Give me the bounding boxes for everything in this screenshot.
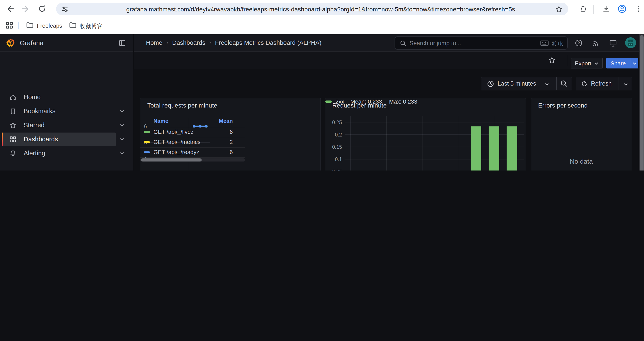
legend-header-mean[interactable]: Mean bbox=[140, 118, 233, 125]
grafana-app: Grafana HomeBookmarksStarredDashboardsAl… bbox=[0, 34, 644, 171]
bookmark-item[interactable]: Freeleaps bbox=[37, 22, 62, 29]
legend-separator bbox=[140, 157, 245, 157]
browser-chrome: grafana.mathmast.com/d/deytv4rwavabkb/fr… bbox=[0, 0, 644, 34]
grid-icon bbox=[9, 136, 17, 143]
folder-icon bbox=[69, 21, 77, 29]
toolbar-divider bbox=[593, 5, 594, 14]
y-tick-label: 0.2 bbox=[318, 131, 342, 138]
panel-title[interactable]: Errors per second bbox=[538, 102, 588, 109]
sidebar-item-label: Dashboards bbox=[24, 136, 58, 143]
subheader-divider bbox=[568, 55, 568, 66]
breadcrumb-current: Freeleaps Metrics Dashboard (ALPHA) bbox=[215, 39, 322, 46]
brand-name: Grafana bbox=[20, 39, 44, 47]
chevron-down-icon bbox=[624, 82, 628, 87]
time-range-picker[interactable]: Last 5 minutes bbox=[481, 77, 572, 90]
zoom-out-icon[interactable] bbox=[560, 80, 568, 87]
download-icon[interactable] bbox=[602, 5, 611, 14]
bookmark-icon bbox=[9, 108, 17, 115]
star-icon bbox=[9, 122, 17, 129]
clock-icon bbox=[487, 80, 494, 87]
forward-icon[interactable] bbox=[21, 4, 31, 14]
legend-scrollbar-thumb[interactable] bbox=[141, 158, 202, 162]
bookmark-star-icon[interactable] bbox=[555, 5, 563, 13]
home-icon bbox=[9, 94, 17, 101]
y-tick-label: 0.15 bbox=[318, 144, 342, 150]
monitor-icon[interactable] bbox=[609, 39, 617, 47]
reload-icon[interactable] bbox=[37, 4, 47, 14]
search-placeholder: Search or jump to... bbox=[410, 40, 461, 47]
panel-p1: Total requests per minute2345617:40NameM… bbox=[140, 98, 321, 171]
time-range-label: Last 5 minutes bbox=[498, 80, 536, 87]
url-bar[interactable]: grafana.mathmast.com/d/deytv4rwavabkb/fr… bbox=[56, 3, 568, 15]
sidebar-item-label: Starred bbox=[24, 122, 44, 129]
dashboard-subheader: Export Share bbox=[134, 52, 644, 69]
refresh-picker[interactable]: Refresh bbox=[576, 77, 632, 90]
control-divider bbox=[556, 77, 557, 90]
legend-mean-value: 6 bbox=[140, 149, 233, 156]
bookmarks-divider bbox=[18, 22, 19, 29]
favorite-star-icon[interactable] bbox=[548, 56, 556, 64]
no-data-text: No data bbox=[531, 158, 632, 165]
site-settings-icon[interactable] bbox=[62, 6, 68, 13]
bell-icon bbox=[9, 150, 17, 157]
legend-separator bbox=[140, 147, 245, 148]
legend-mean-value: 6 bbox=[140, 128, 233, 135]
profile-icon[interactable] bbox=[617, 4, 627, 14]
export-label: Export bbox=[575, 60, 591, 67]
rss-icon[interactable] bbox=[592, 40, 599, 47]
user-avatar[interactable] bbox=[625, 37, 636, 49]
breadcrumb-home[interactable]: Home bbox=[146, 39, 162, 46]
back-icon[interactable] bbox=[5, 4, 15, 14]
legend-separator bbox=[140, 127, 245, 127]
bookmark-item[interactable]: 收藏博客 bbox=[80, 22, 102, 30]
sidebar-logo-row: Grafana bbox=[0, 34, 133, 52]
breadcrumb: Home › Dashboards › Freeleaps Metrics Da… bbox=[146, 39, 322, 46]
search-icon bbox=[400, 40, 406, 47]
panel-p2: Request per minute00.050.10.150.20.2517:… bbox=[325, 98, 526, 171]
y-tick-label: 0.05 bbox=[318, 169, 342, 171]
svg-text:?: ? bbox=[578, 41, 580, 45]
control-divider bbox=[618, 77, 619, 90]
url-text[interactable]: grafana.mathmast.com/d/deytv4rwavabkb/fr… bbox=[126, 6, 600, 13]
active-indicator bbox=[2, 133, 3, 146]
search-input[interactable]: Search or jump to... ⌘+k bbox=[394, 37, 568, 50]
chevron-down-icon[interactable] bbox=[120, 151, 124, 156]
sidebar-item-dashboards[interactable]: Dashboards bbox=[2, 133, 116, 146]
breadcrumb-sep: › bbox=[205, 39, 215, 46]
sidebar-item-bookmarks[interactable]: Bookmarks bbox=[2, 104, 116, 118]
chevron-down-icon[interactable] bbox=[120, 109, 124, 114]
keyboard-icon bbox=[540, 40, 549, 47]
legend-mean-value: 2 bbox=[140, 139, 233, 146]
export-button[interactable]: Export bbox=[571, 58, 603, 69]
breadcrumb-dashboards[interactable]: Dashboards bbox=[172, 39, 205, 46]
share-label: Share bbox=[610, 60, 626, 67]
sidebar: Grafana HomeBookmarksStarredDashboardsAl… bbox=[0, 34, 133, 171]
refresh-icon bbox=[581, 80, 588, 87]
folder-icon bbox=[26, 21, 34, 29]
sidebar-item-label: Home bbox=[24, 94, 40, 101]
panel-p3: Errors per secondNo data bbox=[531, 98, 632, 171]
app-header: Home › Dashboards › Freeleaps Metrics Da… bbox=[134, 34, 644, 52]
dock-sidebar-icon[interactable] bbox=[118, 39, 126, 47]
share-menu-button[interactable] bbox=[630, 58, 638, 69]
extensions-icon[interactable] bbox=[578, 5, 588, 14]
search-shortcut: ⌘+k bbox=[552, 40, 563, 47]
legend-separator bbox=[140, 137, 245, 137]
grafana-logo[interactable] bbox=[6, 38, 15, 48]
sidebar-item-home[interactable]: Home bbox=[2, 90, 116, 104]
y-tick-label: 0.1 bbox=[318, 156, 342, 162]
page-scrollbar-thumb[interactable] bbox=[640, 35, 643, 171]
chevron-down-icon bbox=[544, 82, 549, 87]
refresh-label: Refresh bbox=[591, 80, 612, 87]
screen: grafana.mathmast.com/d/deytv4rwavabkb/fr… bbox=[0, 0, 644, 171]
sidebar-item-starred[interactable]: Starred bbox=[2, 119, 116, 132]
sidebar-item-label: Bookmarks bbox=[24, 108, 56, 115]
sidebar-item-alerting[interactable]: Alerting bbox=[2, 147, 116, 160]
share-button[interactable]: Share bbox=[606, 58, 630, 69]
apps-grid-icon[interactable] bbox=[5, 21, 14, 30]
y-tick-label: 0.25 bbox=[318, 119, 342, 125]
sidebar-item-label: Alerting bbox=[24, 150, 45, 157]
help-icon[interactable]: ? bbox=[575, 39, 582, 47]
breadcrumb-sep: › bbox=[162, 39, 172, 46]
browser-menu-icon[interactable] bbox=[634, 5, 643, 13]
